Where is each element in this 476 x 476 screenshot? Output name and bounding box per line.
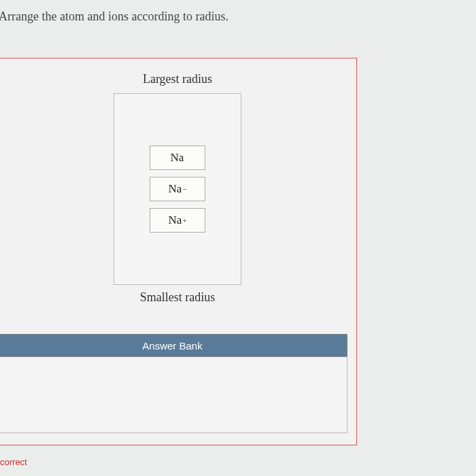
answer-bank-dropzone[interactable] — [0, 357, 347, 433]
answer-bank-header: Answer Bank — [0, 334, 347, 357]
tile-na-plus[interactable]: Na+ — [150, 208, 205, 233]
question-container: Largest radius Na Na− Na+ Smallest radiu… — [0, 58, 357, 445]
ranking-drop-zone[interactable]: Na Na− Na+ — [114, 93, 241, 285]
largest-radius-label: Largest radius — [109, 72, 245, 86]
tile-na[interactable]: Na — [150, 146, 205, 170]
smallest-radius-label: Smallest radius — [109, 290, 245, 305]
tile-na-minus-base: Na — [168, 182, 182, 196]
tile-na-minus[interactable]: Na− — [150, 177, 205, 201]
tile-na-base: Na — [171, 151, 184, 165]
ranking-area: Largest radius Na Na− Na+ Smallest radiu… — [109, 72, 245, 305]
tile-na-plus-base: Na — [168, 214, 182, 227]
question-prompt: Arrange the atom and ions according to r… — [0, 0, 476, 24]
feedback-label: correct — [0, 457, 27, 467]
tile-na-minus-sup: − — [182, 185, 186, 193]
tile-na-plus-sup: + — [182, 216, 186, 224]
